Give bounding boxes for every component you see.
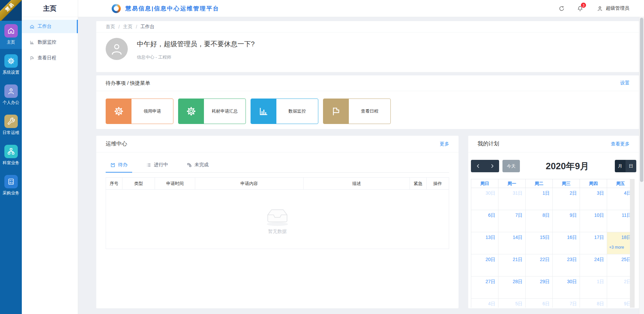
calendar-day-cell[interactable]: 22日 [526, 254, 553, 276]
page-scrollbar[interactable] [639, 17, 644, 314]
prev-month-button[interactable] [471, 160, 485, 172]
calendar-day-cell[interactable]: 28日 [498, 276, 526, 299]
calendar-day-cell[interactable]: 2日 [607, 276, 630, 299]
primary-nav-label: 主页 [7, 40, 15, 45]
calendar-day-label: 8日 [526, 210, 552, 218]
calendar-day-cell[interactable]: 18日+3 more [607, 232, 630, 254]
calendar-day-cell[interactable]: 13日 [471, 232, 498, 254]
calendar-day-cell[interactable]: 3日 [580, 188, 607, 210]
sidebar-corner: 慧易 [0, 0, 22, 21]
calendar-day-label: 28日 [498, 276, 525, 285]
calendar-day-cell[interactable]: 29日 [526, 276, 553, 299]
month-view-button[interactable]: 月 [615, 160, 626, 172]
calendar-weekday-row: 周日周一周二周三周四周五 [471, 179, 630, 188]
primary-nav-label: 系统设置 [3, 70, 19, 75]
quick-card-label: 查看日程 [349, 99, 390, 124]
breadcrumb-item[interactable]: 首页 [106, 24, 115, 30]
primary-nav-item-1[interactable]: 主页 [0, 21, 22, 49]
calendar-week-row: 20日21日22日23日24日25日 [471, 254, 630, 276]
calendar-day-cell[interactable]: 14日 [498, 232, 526, 254]
calendar-day-cell[interactable]: 27日 [471, 276, 498, 299]
calendar-week-row: 6日7日8日9日10日11日 [471, 210, 630, 232]
secondary-nav-label: 查看日程 [38, 55, 56, 61]
breadcrumb-item[interactable]: 主页 [123, 24, 132, 30]
secondary-nav-item-3[interactable]: 查看日程 [22, 51, 78, 65]
primary-nav-item-4[interactable]: 日常运维 [0, 111, 22, 139]
calendar-day-label: 2日 [553, 188, 580, 196]
calendar-day-cell[interactable]: 16日 [553, 232, 580, 254]
calendar-day-cell[interactable]: 24日 [580, 254, 607, 276]
breadcrumb: 首页/主页/工作台 [96, 21, 639, 33]
calendar-day-cell[interactable]: 17日 [580, 232, 607, 254]
more-events-link[interactable]: +3 more [607, 245, 630, 250]
calendar-day-cell[interactable]: 6日 [471, 210, 498, 232]
greeting-message: 中午好，超级管理员，要不要休息一下? [137, 40, 255, 49]
calendar-scrollbar[interactable] [630, 179, 635, 308]
breadcrumb-item[interactable]: 工作台 [141, 24, 155, 30]
calendar-day-cell[interactable]: 30日 [553, 276, 580, 299]
calendar-day-cell[interactable]: 1日 [526, 188, 553, 210]
notification-bell-icon[interactable]: 3 [577, 5, 583, 12]
calendar-day-cell[interactable]: 8日 [526, 210, 553, 232]
calendar-day-cell[interactable]: 5日 [498, 299, 526, 308]
quick-card-4[interactable]: 查看日程 [323, 99, 391, 124]
calendar-day-cell[interactable]: 2日 [553, 188, 580, 210]
user-menu[interactable]: 超级管理员 [597, 5, 629, 12]
calendar-day-cell[interactable]: 11日 [607, 210, 630, 232]
calendar-day-cell[interactable]: 7日 [498, 210, 526, 232]
calendar-day-cell[interactable]: 9日 [553, 210, 580, 232]
calendar-day-cell[interactable]: 30日 [471, 188, 498, 210]
brand-ribbon: 慧易 [0, 0, 22, 21]
plan-more-link[interactable]: 查看更多 [611, 141, 630, 147]
calendar-day-cell[interactable]: 21日 [498, 254, 526, 276]
calendar-day-label: 1日 [526, 188, 552, 196]
calendar-day-label: 3日 [580, 188, 607, 196]
refresh-icon[interactable] [558, 5, 565, 12]
quick-card-2[interactable]: 耗材申请汇总 [178, 99, 246, 124]
calendar-day-cell[interactable]: 25日 [607, 254, 630, 276]
primary-sidebar: 慧易 主页系统设置个人办公日常运维科室业务采购业务 [0, 0, 22, 314]
table-column-header: 描述 [304, 178, 410, 189]
ops-more-link[interactable]: 更多 [440, 141, 449, 147]
calendar-day-cell[interactable]: 1日 [580, 276, 607, 299]
primary-nav-item-2[interactable]: 系统设置 [0, 51, 22, 79]
secondary-nav-item-2[interactable]: 数据监控 [22, 36, 78, 49]
calendar-day-label: 1日 [580, 276, 607, 285]
ops-table-header-row: 序号类型申请时间申请内容描述紧急操作 [106, 178, 449, 190]
calendar-day-label: 30日 [553, 276, 580, 285]
weekday-header: 周日 [471, 179, 498, 188]
quick-card-1[interactable]: 领用申请 [106, 99, 173, 124]
calendar-day-cell[interactable]: 4日 [607, 188, 630, 210]
ops-table-body: 暂无数据 [106, 190, 449, 249]
calendar-day-cell[interactable]: 6日 [526, 299, 553, 308]
calendar-day-label: 9日 [553, 210, 580, 218]
primary-nav-label: 采购业务 [3, 190, 19, 196]
day-view-button[interactable]: 日 [626, 160, 636, 172]
calendar-day-cell[interactable]: 23日 [553, 254, 580, 276]
calendar-day-cell[interactable]: 20日 [471, 254, 498, 276]
calendar-day-cell[interactable]: 31日 [498, 188, 526, 210]
secondary-nav-item-1[interactable]: 工作台 [22, 20, 78, 33]
next-month-button[interactable] [485, 160, 499, 172]
calendar-day-cell[interactable]: 15日 [526, 232, 553, 254]
calendar-day-cell[interactable]: 9日 [607, 299, 630, 308]
weekday-header: 周三 [553, 179, 580, 188]
primary-nav-item-6[interactable]: 采购业务 [0, 172, 22, 200]
primary-nav-item-5[interactable]: 科室业务 [0, 141, 22, 170]
page-scrollbar-thumb[interactable] [640, 18, 643, 182]
today-button[interactable]: 今天 [502, 160, 520, 172]
ops-center-card: 运维中心 更多 待办进行中未完成 序号类型申请时间申请内容描述紧急操作 暂无数据 [96, 136, 459, 308]
ops-tab-3[interactable]: 未完成 [182, 162, 213, 173]
quick-card-3[interactable]: 数据监控 [251, 99, 318, 124]
primary-nav-item-3[interactable]: 个人办公 [0, 81, 22, 109]
calendar-day-cell[interactable]: 4日 [471, 299, 498, 308]
ops-tab-2[interactable]: 进行中 [142, 162, 173, 173]
calendar-day-cell[interactable]: 8日 [580, 299, 607, 308]
calendar-day-cell[interactable]: 10日 [580, 210, 607, 232]
calendar-day-label: 14日 [498, 232, 525, 241]
todo-section-card: 待办事项 / 快捷菜单 设置 领用申请耗材申请汇总数据监控查看日程 [96, 75, 639, 129]
settings-link[interactable]: 设置 [620, 80, 630, 86]
weekday-header: 周二 [526, 179, 553, 188]
ops-tab-1[interactable]: 待办 [106, 162, 132, 173]
calendar-day-cell[interactable]: 7日 [553, 299, 580, 308]
